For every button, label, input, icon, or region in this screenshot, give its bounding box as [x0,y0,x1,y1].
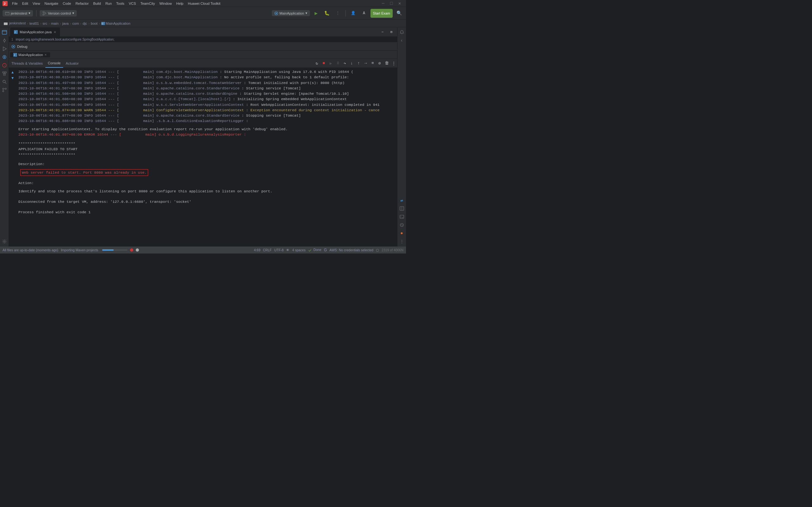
class-icon: C [101,21,105,25]
tab-close-button[interactable]: ✕ [54,31,56,34]
step-out-button[interactable]: ↑ [355,60,362,67]
main-area: ! J MainApplication.java ✕ [0,27,406,246]
svg-rect-21 [3,72,4,73]
right-unfold-icon[interactable]: ⇌ [398,196,406,204]
menu-huawei[interactable]: Huawei Cloud Toolkit [186,1,222,6]
svg-rect-22 [5,72,6,73]
svg-text:!: ! [4,64,5,67]
more-run-options-button[interactable]: ⋮ [334,9,342,18]
debug-session-main[interactable]: J MainApplication ✕ [10,52,50,57]
sidebar-debug-active-icon[interactable] [1,53,8,61]
close-icon[interactable]: ✕ [396,0,403,7]
clear-button[interactable]: 🗑 [383,60,390,67]
step-over-button[interactable]: ↷ [341,60,348,67]
start-exam-button[interactable]: Start Exam [370,9,393,18]
status-done[interactable]: Done [308,248,321,252]
stop-button[interactable]: ■ [320,60,327,67]
status-right: 4:69 CRLF UTF-8 👁 4 spaces Done G AWS: N… [254,248,403,252]
sidebar-project-icon[interactable] [1,29,8,36]
status-google-icon[interactable]: G [324,248,327,252]
vcs-selector[interactable]: Version control ▾ [40,10,77,16]
project-icon [5,11,9,15]
menu-edit[interactable]: Edit [20,1,30,6]
menu-build[interactable]: Build [91,1,103,6]
menu-run[interactable]: Run [103,1,113,6]
svg-rect-11 [2,31,7,34]
breadcrumb-test01[interactable]: test01 [30,21,39,25]
eval-button[interactable]: ≡ [369,60,376,67]
breadcrumb-java[interactable]: java [62,21,68,25]
menu-refactor[interactable]: Refactor [73,1,91,6]
sidebar-run-icon[interactable] [1,45,8,53]
translate-icon[interactable]: A [360,9,368,18]
sidebar-settings-icon[interactable] [1,238,8,245]
breadcrumb-main[interactable]: main [51,21,59,25]
search-everywhere-button[interactable]: 🔍 [395,9,403,18]
profile-icon[interactable]: 👤 [349,9,358,18]
maximize-icon[interactable]: □ [388,0,395,7]
status-eye-icon[interactable]: 👁 [286,248,290,252]
more-options-button[interactable]: ⋮ [390,60,397,67]
breadcrumb-class[interactable]: C MainApplication [101,21,131,25]
right-layout-icon[interactable] [398,205,406,212]
breadcrumb-project[interactable]: jenkinstest [4,21,26,25]
resume-button[interactable]: ▶ [327,60,334,67]
menu-code[interactable]: Code [61,1,73,6]
sidebar-commit-icon[interactable] [1,37,8,44]
breadcrumb-boot[interactable]: boot [91,21,97,25]
rerun-button[interactable]: ↻ [313,60,320,67]
project-selector[interactable]: jenkinstest ▾ [3,10,33,16]
editor-tab-main[interactable]: J MainApplication.java ✕ [10,27,60,37]
run-to-cursor-button[interactable]: → [362,60,369,67]
run-button[interactable]: ▶ [312,9,321,18]
right-terminal-icon[interactable] [398,213,406,221]
status-error-dot[interactable] [130,248,133,251]
menu-help[interactable]: Help [174,1,186,6]
stars-line-1: ************************** [9,141,397,147]
sidebar-problems-icon[interactable]: ! [1,61,8,69]
menu-window[interactable]: Window [157,1,173,6]
run-config-selector[interactable]: MainApplication ▾ [272,10,310,16]
sidebar-search-icon[interactable] [1,78,8,86]
breadcrumb-src[interactable]: src [43,21,47,25]
sidebar-structure-icon[interactable] [1,70,8,77]
breadcrumb-com[interactable]: com [72,21,79,25]
right-orange-dot-icon[interactable]: ● [398,229,406,237]
right-services-icon[interactable] [398,221,406,229]
spacer6 [9,186,397,188]
tab-actuator[interactable]: Actuator [63,59,81,68]
editor-settings-button[interactable]: ⋯ [378,27,387,37]
separator [36,10,37,16]
status-indent[interactable]: 4 spaces [292,248,305,252]
tab-threads-variables[interactable]: Threads & Variables [9,59,45,68]
split-editor-button[interactable]: ⊞ [387,27,396,37]
menu-view[interactable]: View [31,1,42,6]
status-line-sep[interactable]: CRLF [263,248,271,252]
menu-vcs[interactable]: VCS [127,1,138,6]
right-notifications-icon[interactable] [398,29,406,36]
status-files-uptodate[interactable]: All files are up-to-date (moments ago) [3,248,58,252]
session-close-icon[interactable]: ✕ [44,53,47,56]
pause-button[interactable]: ⏸ [334,60,341,67]
console-output[interactable]: ▲ ▼ 2023-10-06T16:46:00.610+08:00 INFO 1… [9,68,397,246]
debug-button[interactable]: 🐛 [322,9,332,18]
log-line-error: 2023-10-06T16:46:01.897+08:00 ERROR 1654… [9,132,397,137]
right-more-icon[interactable]: ⋮ [398,238,406,245]
breadcrumb-djc[interactable]: djc [83,21,87,25]
status-warn-dot[interactable] [136,248,139,251]
status-aws[interactable]: AWS: No credentials selected [329,248,374,252]
tab-console[interactable]: Console [45,59,63,68]
status-encoding[interactable]: UTF-8 [274,248,284,252]
menu-tools[interactable]: Tools [114,1,126,6]
step-into-button[interactable]: ↓ [348,60,355,67]
menu-navigate[interactable]: Navigate [43,1,60,6]
svg-point-45 [376,249,379,251]
minimize-icon[interactable]: ─ [379,0,387,7]
status-cursor-pos[interactable]: 4:69 [254,248,260,252]
menu-teamcity[interactable]: TeamCity [139,1,157,6]
right-fold-icon[interactable]: ‹ [398,37,406,44]
menu-file[interactable]: File [10,1,20,6]
mute-button[interactable]: ⊘ [376,60,383,67]
sidebar-git-icon[interactable] [1,86,8,94]
debug-icon [11,45,15,49]
